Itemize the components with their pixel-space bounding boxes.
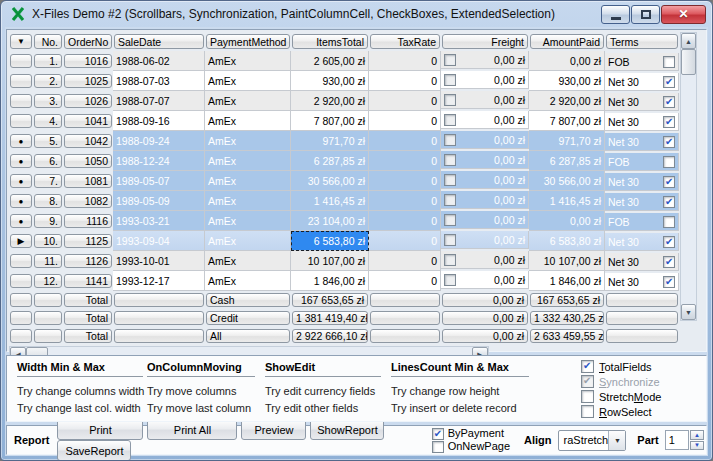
row-indicator-button[interactable]: ●: [10, 154, 32, 168]
align-combobox[interactable]: raStretch ▼: [558, 430, 627, 451]
checkbox-rowselect[interactable]: RowSelect: [581, 404, 661, 419]
total-cell-order_no[interactable]: Total: [63, 327, 113, 345]
total-cell-tax_rate[interactable]: [369, 327, 441, 345]
cell-sale_date[interactable]: 1988-09-24: [113, 131, 205, 151]
cell-sale_date[interactable]: 1988-06-02: [113, 51, 205, 71]
total-cell-items_total[interactable]: 1 381 419,40 zł: [291, 309, 369, 327]
row-indicator-button[interactable]: ▶: [10, 234, 32, 248]
cell-items_total[interactable]: 10 107,00 zł: [291, 251, 369, 271]
cell-order_no[interactable]: 1025: [63, 71, 113, 91]
total-cell-freight[interactable]: 0,00 zł: [441, 291, 529, 309]
cell-order_no[interactable]: 1041: [63, 111, 113, 131]
cell-payment[interactable]: AmEx: [205, 111, 291, 131]
total-cell-order_no[interactable]: Total: [63, 309, 113, 327]
checkbox-totalfields[interactable]: TotalFields: [581, 359, 661, 374]
cell-freight[interactable]: 0,00 zł: [441, 131, 529, 149]
vertical-scroll-thumb[interactable]: [681, 49, 696, 75]
total-cell-sale_date[interactable]: [113, 291, 205, 309]
row-indicator-cell[interactable]: ●: [9, 131, 33, 151]
cell-no[interactable]: 9.: [33, 211, 63, 231]
column-header-tax_rate[interactable]: TaxRate: [369, 32, 441, 51]
cell-order_no[interactable]: 1081: [63, 171, 113, 191]
checkbox-bypayment[interactable]: ByPayment: [432, 427, 510, 440]
cell-terms[interactable]: Net 30: [605, 113, 679, 131]
freight-checkbox[interactable]: [444, 54, 456, 66]
scroll-down-button[interactable]: ▼: [681, 304, 696, 320]
column-header-order_no[interactable]: OrderNo: [63, 32, 113, 51]
cell-terms[interactable]: Net 30: [605, 173, 679, 191]
total-cell-amount_paid[interactable]: 167 653,65 zł: [529, 291, 605, 309]
cell-order_no[interactable]: 1016: [63, 51, 113, 71]
cell-amount_paid[interactable]: 10 107,00 zł: [529, 251, 605, 271]
total-cell-items_total[interactable]: 2 922 666,10 zł: [291, 327, 369, 345]
cell-amount_paid[interactable]: 1 416,45 zł: [529, 191, 605, 211]
checkbox-box[interactable]: [581, 360, 594, 373]
freight-checkbox[interactable]: [444, 94, 456, 106]
freight-checkbox[interactable]: [444, 74, 456, 86]
cell-tax_rate[interactable]: 0: [369, 211, 441, 231]
row-indicator-cell[interactable]: [9, 251, 33, 271]
print-all-button[interactable]: Print All: [147, 419, 237, 440]
cell-amount_paid[interactable]: 0,00 zł: [529, 51, 605, 71]
cell-order_no[interactable]: 1082: [63, 191, 113, 211]
total-cell-no[interactable]: [33, 327, 63, 345]
cell-items_total[interactable]: 6 583,80 zł: [291, 231, 369, 251]
cell-sale_date[interactable]: 1988-07-03: [113, 71, 205, 91]
total-cell-terms[interactable]: [605, 291, 679, 309]
cell-tax_rate[interactable]: 0: [369, 231, 441, 251]
checkbox-box[interactable]: [581, 390, 594, 403]
cell-payment[interactable]: AmEx: [205, 271, 291, 291]
cell-no[interactable]: 4.: [33, 111, 63, 131]
row-indicator-button[interactable]: [10, 114, 32, 128]
total-cell-order_no[interactable]: Total: [63, 291, 113, 309]
row-indicator-cell[interactable]: [9, 271, 33, 291]
cell-payment[interactable]: AmEx: [205, 51, 291, 71]
cell-terms[interactable]: Net 30: [605, 233, 679, 251]
cell-tax_rate[interactable]: 0: [369, 151, 441, 171]
row-indicator-cell[interactable]: [9, 309, 33, 327]
cell-tax_rate[interactable]: 0: [369, 271, 441, 291]
column-header-freight[interactable]: Freight: [441, 32, 529, 51]
total-cell-items_total[interactable]: 167 653,65 zł: [291, 291, 369, 309]
row-indicator-cell[interactable]: ●: [9, 191, 33, 211]
total-cell-terms[interactable]: [605, 309, 679, 327]
header-dropdown-button[interactable]: ▼: [10, 34, 32, 49]
cell-amount_paid[interactable]: 30 566,00 zł: [529, 171, 605, 191]
total-cell-terms[interactable]: [605, 327, 679, 345]
terms-checkbox[interactable]: [663, 116, 675, 128]
terms-checkbox[interactable]: [663, 156, 675, 168]
column-header-payment[interactable]: PaymentMethod: [205, 32, 291, 51]
cell-tax_rate[interactable]: 0: [369, 191, 441, 211]
cell-items_total[interactable]: 6 287,85 zł: [291, 151, 369, 171]
terms-checkbox[interactable]: [663, 76, 675, 88]
freight-checkbox[interactable]: [444, 114, 456, 126]
cell-terms[interactable]: FOB: [605, 153, 679, 171]
cell-terms[interactable]: Net 30: [605, 253, 679, 271]
column-header-sale_date[interactable]: SaleDate: [113, 32, 205, 51]
checkbox-onnewpage[interactable]: OnNewPage: [432, 440, 510, 453]
cell-amount_paid[interactable]: 7 807,00 zł: [529, 111, 605, 131]
cell-tax_rate[interactable]: 0: [369, 251, 441, 271]
cell-no[interactable]: 1.: [33, 51, 63, 71]
cell-items_total[interactable]: 1 416,45 zł: [291, 191, 369, 211]
terms-checkbox[interactable]: [663, 196, 675, 208]
cell-payment[interactable]: AmEx: [205, 231, 291, 251]
cell-order_no[interactable]: 1125: [63, 231, 113, 251]
part-input[interactable]: [665, 430, 689, 450]
cell-sale_date[interactable]: 1988-12-24: [113, 151, 205, 171]
cell-no[interactable]: 5.: [33, 131, 63, 151]
cell-order_no[interactable]: 1141: [63, 271, 113, 291]
terms-checkbox[interactable]: [663, 136, 675, 148]
print-button[interactable]: Print: [57, 419, 143, 440]
total-cell-payment[interactable]: Cash: [205, 291, 291, 309]
checkbox-box[interactable]: [581, 375, 594, 388]
freight-checkbox[interactable]: [444, 134, 456, 146]
checkbox-stretchmode[interactable]: StretchMode: [581, 389, 661, 404]
cell-no[interactable]: 12.: [33, 271, 63, 291]
cell-no[interactable]: 10.: [33, 231, 63, 251]
cell-payment[interactable]: AmEx: [205, 151, 291, 171]
cell-items_total[interactable]: 23 104,00 zł: [291, 211, 369, 231]
cell-amount_paid[interactable]: 2 920,00 zł: [529, 91, 605, 111]
showreport-button[interactable]: ShowReport: [310, 419, 384, 440]
cell-payment[interactable]: AmEx: [205, 131, 291, 151]
